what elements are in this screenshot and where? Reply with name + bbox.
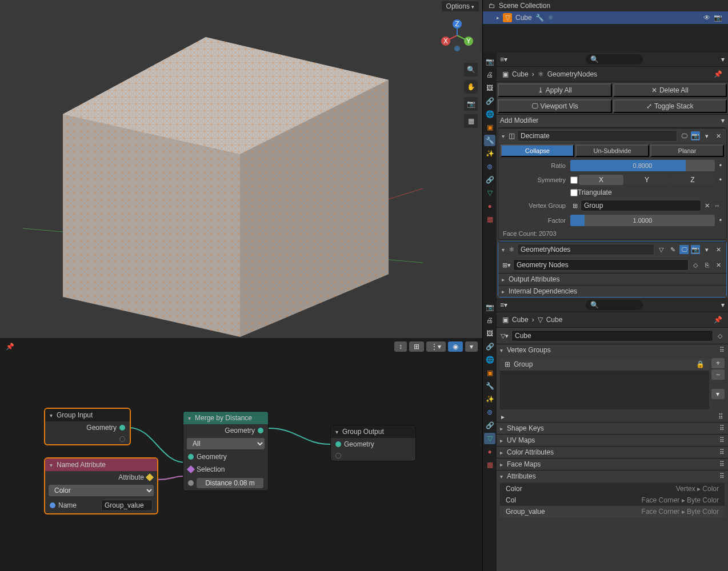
symmetry-checkbox[interactable] [570,176,578,184]
eye-icon[interactable]: 👁 [703,14,710,22]
pin-icon[interactable]: 📌 [714,70,722,78]
props-search-input[interactable]: 🔍 [586,300,643,310]
breadcrumb-mesh[interactable]: Cube [546,316,563,324]
node-named-attribute[interactable]: Named Attribute Attribute Color Name [45,458,158,514]
cage-icon[interactable]: ▽ [657,245,666,254]
tab-view[interactable]: 🖼 [484,82,495,94]
breadcrumb-modifier[interactable]: GeometryNodes [547,70,597,78]
pin-icon[interactable]: 📌 [6,343,14,351]
modifier-name-input[interactable] [517,130,677,142]
camera-icon[interactable]: 📷 [464,97,478,111]
props-search-input[interactable]: 🔍 [586,54,643,65]
pin-icon[interactable]: 📌 [714,316,722,324]
perspective-icon[interactable]: ▦ [464,114,478,128]
attribute-row[interactable]: Group_valueFace Corner ▸ Byte Color [500,506,725,517]
tab-constraints[interactable]: 🔗 [484,420,495,431]
tab-physics[interactable]: ⊚ [484,161,495,172]
tab-constraints[interactable]: 🔗 [484,174,495,186]
tab-render[interactable]: 📷 [484,301,495,313]
edit-icon[interactable]: ✎ [668,245,677,254]
viewport-3d[interactable]: Options ▾ X Y Z 🔍 ✋ 📷 ▦ [0,0,482,338]
tab-particles[interactable]: ✨ [484,393,495,405]
nodegroup-input[interactable] [513,259,689,271]
pan-icon[interactable]: ✋ [464,80,478,94]
tab-output[interactable]: 🖨 [484,315,495,326]
tab-output[interactable]: 🖨 [484,69,495,81]
tab-planar[interactable]: Planar [650,144,724,157]
clear-icon[interactable]: ✕ [702,201,711,210]
shield-icon[interactable]: ◇ [691,260,700,270]
close-icon[interactable]: ✕ [714,245,723,254]
invert-icon[interactable]: ↔ [713,201,722,210]
tab-modifiers[interactable]: 🔧 [484,380,495,392]
attr-type-select[interactable]: Color [49,485,154,496]
viewport-options-dropdown[interactable]: Options ▾ [442,1,479,11]
tab-texture[interactable]: ▦ [484,459,495,471]
tab-data[interactable]: ▽ [484,433,495,444]
vertex-groups-panel[interactable]: Vertex Groups⠿ [497,344,728,356]
modifier-name-input[interactable] [517,244,654,255]
tab-unsubdivide[interactable]: Un-Subdivide [575,144,649,157]
node-editor[interactable]: 📌 ↕ ⊞ ⋮▾ ◉ ▾ Group Input Geometry Named … [0,338,482,571]
unlink-icon[interactable]: ✕ [714,260,723,270]
tab-material[interactable]: ● [484,446,495,457]
tab-scene[interactable]: 🔗 [484,341,495,352]
add-modifier-dropdown[interactable]: Add Modifier▾ [497,114,728,126]
tab-scene[interactable]: 🔗 [484,95,495,107]
tab-material[interactable]: ● [484,200,495,212]
node-header-btn[interactable]: ↕ [394,341,407,352]
tab-texture[interactable]: ▦ [484,214,495,225]
tab-collapse[interactable]: Collapse [501,144,574,157]
apply-all-button[interactable]: ⤓Apply All [498,83,612,97]
face-maps-panel[interactable]: Face Maps⠿ [497,458,728,470]
nodegroup-icon[interactable]: ⊞▾ [502,260,511,270]
mesh-name-input[interactable] [511,330,713,341]
viewport-vis-button[interactable]: 🖵Viewport Vis [498,99,612,113]
node-snap-dropdown[interactable]: ⋮▾ [426,341,446,352]
output-attributes-panel[interactable]: Output Attributes [498,273,726,285]
camera-icon[interactable]: 📷 [714,14,722,22]
tab-modifiers[interactable]: 🔧 [484,135,495,146]
props-options-icon[interactable]: ▾ [721,55,725,63]
modifier-dropdown-icon[interactable]: ▾ [702,131,711,140]
navigation-gizmo[interactable]: X Y Z [439,17,475,54]
node-header-dropdown[interactable]: ▾ [465,341,478,352]
vgroup-input[interactable] [581,200,701,211]
node-group-output[interactable]: Group Output Geometry [330,425,416,461]
tab-object[interactable]: ▣ [484,367,495,379]
modifier-dropdown-icon[interactable]: ▾ [702,245,711,254]
node-merge-by-distance[interactable]: Merge by Distance Geometry All Geometry … [183,411,269,491]
internal-deps-panel[interactable]: Internal Dependencies [498,285,726,297]
breadcrumb-object[interactable]: Cube [512,70,529,78]
zoom-icon[interactable]: 🔍 [464,63,478,77]
render-icon[interactable]: 📷 [691,245,700,254]
ratio-slider[interactable]: 0.8000 [570,160,715,171]
attributes-panel[interactable]: Attributes⠿ [497,470,728,482]
tab-view[interactable]: 🖼 [484,328,495,339]
node-header-btn[interactable]: ⊞ [409,341,424,352]
breadcrumb-object[interactable]: Cube [512,316,529,324]
render-display-icon[interactable]: 📷 [691,131,700,140]
props-menu-icon[interactable]: ≡▾ [500,55,507,63]
attribute-row[interactable]: ColorVertex ▸ Color [500,483,725,494]
close-icon[interactable]: ✕ [714,131,723,140]
modifier-decimate-header[interactable]: ◫ 🖵 📷 ▾ ✕ [498,128,726,143]
node-group-input[interactable]: Group Input Geometry [45,408,130,445]
factor-slider[interactable]: 1.0000 [570,215,715,226]
axis-y[interactable]: Y [625,175,669,185]
delete-all-button[interactable]: ✕Delete All [613,83,727,97]
modifier-geometrynodes-header[interactable]: ⚛ ▽ ✎ 🖵 📷 ▾ ✕ [498,242,726,257]
vgroup-menu-icon[interactable]: ▸ [501,413,505,421]
distance-field[interactable]: Distance 0.08 m [197,478,263,488]
remove-button[interactable]: − [711,369,725,380]
vgroup-item[interactable]: ⊞Group 🔒 [500,358,709,371]
dropdown-button[interactable]: ▾ [711,389,725,399]
lock-icon[interactable]: 🔒 [696,360,705,368]
uv-maps-panel[interactable]: UV Maps⠿ [497,434,728,446]
props-options-icon[interactable]: ▾ [721,301,725,309]
shield-icon[interactable]: ◇ [715,331,725,340]
realtime-icon[interactable]: 🖵 [679,245,689,254]
axis-x[interactable]: X [579,175,623,185]
add-button[interactable]: + [711,358,725,368]
node-overlay-toggle[interactable]: ◉ [448,341,463,352]
